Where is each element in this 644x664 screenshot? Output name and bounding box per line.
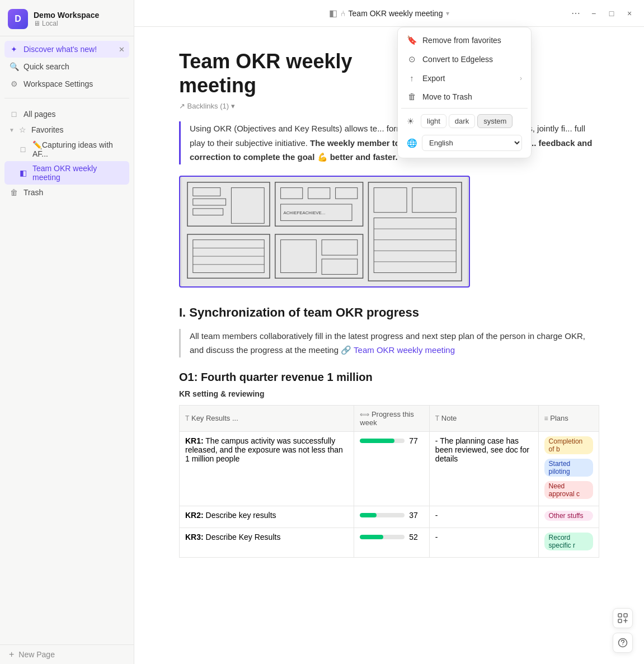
theme-light-button[interactable]: light <box>421 114 446 128</box>
backlinks-row: ↗ Backlinks (1) ▾ <box>179 102 599 110</box>
sidebar-item-page2[interactable]: ◧ Team OKR weekly meeting <box>4 161 129 185</box>
titlebar: ◧ ⑃ Team OKR weekly meeting ▾ ⋯ − □ × <box>134 0 644 27</box>
sketch-image[interactable]: ACHIEFEACHIEVE... <box>179 176 470 288</box>
progress-col-icon: ⟺ <box>360 411 369 418</box>
sidebar-item-favorites[interactable]: ▼ ☆ Favorites <box>4 122 129 138</box>
theme-options: light dark system <box>421 114 513 128</box>
section1-heading: I. Synchronization of team OKR progress <box>179 305 599 320</box>
text-col-icon: T <box>185 415 189 422</box>
section1-link[interactable]: 🔗 Team OKR weekly meeting <box>341 345 455 355</box>
doc-icon-title: ◧ <box>329 8 337 18</box>
subsection-heading: O1: Fourth quarter revenue 1 million <box>179 371 599 384</box>
sidebar-item-page1[interactable]: □ ✏️Capturing ideas with AF... <box>4 138 129 161</box>
sidebar-section-pages: □ All pages ▼ ☆ Favorites □ ✏️Capturing … <box>0 104 134 203</box>
plans1-cell: Completion of b Started piloting Need ap… <box>538 431 599 506</box>
dropdown-move-trash[interactable]: 🗑 Move to Trash <box>401 87 528 106</box>
bookmark-icon: 🔖 <box>407 35 417 45</box>
tag-other: Other stuffs <box>544 511 593 521</box>
titlebar-right: ⋯ − □ × <box>568 6 637 21</box>
export-icon: ↑ <box>407 73 417 83</box>
more-options-button[interactable]: ⋯ <box>568 6 584 21</box>
language-select[interactable]: English 中文 日本語 Deutsch Français <box>422 135 522 151</box>
title-chevron-icon[interactable]: ▾ <box>446 10 449 17</box>
doc-active-icon: ◧ <box>18 168 28 178</box>
workspace-name: Demo Workspace <box>34 11 99 20</box>
sidebar-item-discover[interactable]: ✦ Discover what's new! ✕ <box>4 41 129 58</box>
workspace-avatar: D <box>8 9 28 29</box>
dropdown-convert-edgeless[interactable]: ⊙ Convert to Edgeless <box>401 50 528 69</box>
minimize-button[interactable]: − <box>586 6 601 21</box>
table-row: KR2: Describe key results 37 - Other stu… <box>180 506 599 528</box>
backlinks-link[interactable]: ↗ Backlinks (1) <box>179 102 229 110</box>
search-icon: 🔍 <box>9 62 19 72</box>
dropdown-divider <box>401 108 528 109</box>
export-arrow-icon: › <box>520 74 522 82</box>
close-button[interactable]: × <box>622 6 637 21</box>
plans3-cell: Record specific r <box>538 528 599 557</box>
workspace-sub: 🖥 Local <box>34 20 99 27</box>
kr-label: KR setting & reviewing <box>179 389 599 398</box>
content-area: Team OKR weeklymeeting ↗ Backlinks (1) ▾… <box>134 27 644 664</box>
close-icon[interactable]: ✕ <box>119 45 125 54</box>
dropdown-theme-row: ☀ light dark system <box>401 111 528 131</box>
trash-icon: 🗑 <box>9 187 19 197</box>
dropdown-lang-row: 🌐 English 中文 日本語 Deutsch Français <box>401 131 528 154</box>
col-header-plans: ≡ Plans <box>538 405 599 431</box>
backlinks-chevron[interactable]: ▾ <box>231 102 235 110</box>
tag-approval: Need approval c <box>544 481 593 499</box>
intro-paragraph: Using OKR (Objectives and Key Results) a… <box>179 121 599 164</box>
plans-col-icon: ≡ <box>544 415 548 422</box>
tag-completion: Completion of b <box>544 436 593 454</box>
kr2-cell: KR2: Describe key results <box>180 506 354 528</box>
kr-table: T Key Results ... ⟺ Progress this week T… <box>179 405 599 558</box>
help-button[interactable] <box>613 633 633 653</box>
section1-body: All team members collaboratively fill in… <box>179 329 599 357</box>
tag-started: Started piloting <box>544 459 593 477</box>
svg-point-35 <box>622 644 623 646</box>
globe-icon: 🌐 <box>407 138 417 148</box>
table-row: KR3: Describe Key Results 52 - Record sp… <box>180 528 599 557</box>
note1-cell: - The planning case has been reviewed, s… <box>429 431 538 506</box>
discover-label: Discover what's new! <box>23 45 97 54</box>
svg-text:ACHIEFEACHIEVE...: ACHIEFEACHIEVE... <box>284 210 326 215</box>
grid-plus-button[interactable] <box>613 608 633 628</box>
theme-dark-button[interactable]: dark <box>449 114 475 128</box>
dropdown-export[interactable]: ↑ Export › <box>401 69 528 87</box>
workspace-header[interactable]: D Demo Workspace 🖥 Local <box>0 0 134 36</box>
sidebar-nav: ✦ Discover what's new! ✕ 🔍 Quick search … <box>0 36 134 95</box>
sidebar-item-search[interactable]: 🔍 Quick search <box>4 58 129 75</box>
svg-rect-29 <box>618 614 622 617</box>
svg-rect-30 <box>624 614 627 617</box>
page-title: Team OKR weeklymeeting <box>179 49 599 97</box>
progress1-cell: 77 <box>354 431 430 506</box>
quick-search-label: Quick search <box>23 62 69 71</box>
sidebar-item-all-pages[interactable]: □ All pages <box>4 106 129 122</box>
plus-icon: + <box>9 649 14 660</box>
convert-icon: ⊙ <box>407 54 417 64</box>
theme-system-button[interactable]: system <box>477 114 513 128</box>
favorites-icon: ☆ <box>18 125 28 135</box>
svg-rect-31 <box>618 619 622 623</box>
monitor-icon: 🖥 <box>34 20 40 27</box>
settings-icon: ⚙ <box>9 79 19 89</box>
col-header-progress: ⟺ Progress this week <box>354 405 430 431</box>
dropdown-remove-favorites[interactable]: 🔖 Remove from favorites <box>401 31 528 50</box>
svg-rect-0 <box>182 177 467 286</box>
intro-bold: The weekly member to fully understand th… <box>190 138 592 162</box>
sidebar-item-trash[interactable]: 🗑 Trash <box>4 185 129 200</box>
progress3-cell: 52 <box>354 528 430 557</box>
bottom-right-buttons <box>613 608 633 653</box>
workspace-settings-label: Workspace Settings <box>23 79 93 88</box>
plans2-cell: Other stuffs <box>538 506 599 528</box>
new-page-button[interactable]: + New Page <box>0 644 134 664</box>
main-area: ◧ ⑃ Team OKR weekly meeting ▾ ⋯ − □ × Te… <box>134 0 644 664</box>
sidebar-divider-1 <box>4 98 129 98</box>
sidebar-item-settings[interactable]: ⚙ Workspace Settings <box>4 76 129 92</box>
kr3-cell: KR3: Describe Key Results <box>180 528 354 557</box>
table-row: KR1: The campus activity was successfull… <box>180 431 599 506</box>
branch-icon: ⑃ <box>341 9 345 18</box>
maximize-button[interactable]: □ <box>604 6 619 21</box>
sidebar: D Demo Workspace 🖥 Local ✦ Discover what… <box>0 0 134 664</box>
pages-icon: □ <box>9 109 19 119</box>
note3-cell: - <box>429 528 538 557</box>
